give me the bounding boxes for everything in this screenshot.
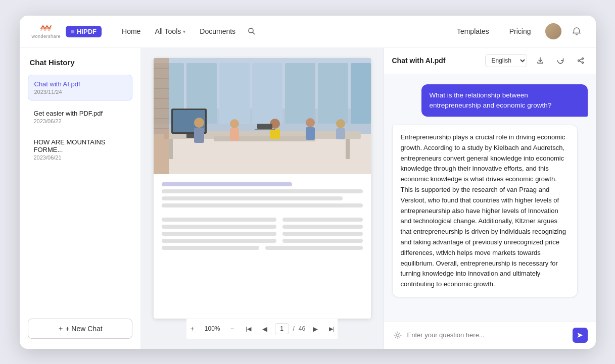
share-icon[interactable] — [574, 54, 588, 68]
search-button[interactable] — [244, 23, 260, 39]
chat-input-area — [384, 321, 596, 349]
svg-rect-29 — [255, 129, 275, 130]
svg-rect-15 — [346, 139, 350, 159]
user-avatar[interactable] — [545, 23, 561, 39]
pdf-col2-line1 — [282, 218, 363, 222]
export-icon[interactable] — [533, 54, 547, 68]
send-button[interactable] — [573, 328, 588, 343]
svg-rect-9 — [318, 63, 348, 124]
svg-rect-8 — [285, 63, 315, 124]
pdf-col1-line3 — [162, 232, 276, 236]
new-chat-label: + New Chat — [65, 325, 103, 333]
history-item-2-date: 2023/06/22 — [34, 118, 126, 124]
pdf-two-col-2 — [162, 225, 363, 229]
pdf-col2-line5 — [265, 246, 363, 250]
hipdf-badge: HiPDF — [66, 26, 102, 37]
page-separator: / — [293, 325, 295, 332]
sidebar-title: Chat History — [28, 58, 132, 67]
hipdf-label: HiPDF — [77, 28, 97, 35]
svg-point-27 — [336, 119, 345, 128]
nav-all-tools[interactable]: All Tools ▾ — [149, 24, 192, 38]
zoom-display: 100% — [203, 325, 222, 332]
svg-rect-7 — [252, 63, 282, 124]
pdf-col1-line5 — [162, 246, 259, 250]
new-chat-button[interactable]: ＋ + New Chat — [28, 319, 132, 339]
svg-point-42 — [396, 334, 399, 336]
nav-home[interactable]: Home — [116, 24, 147, 38]
nav-home-label: Home — [122, 27, 140, 35]
sidebar: Chat History Chat with AI.pdf 2023/11/24… — [20, 48, 141, 349]
pdf-line-2 — [162, 196, 343, 200]
zoom-out-button[interactable]: － — [226, 323, 239, 335]
svg-rect-14 — [169, 139, 173, 159]
chevron-down-icon: ▾ — [183, 29, 185, 34]
pdf-line-3 — [162, 203, 363, 207]
avatar-image — [545, 23, 561, 39]
history-item-1[interactable]: Chat with AI.pdf 2023/11/24 — [28, 75, 132, 100]
pdf-line-title — [162, 182, 293, 186]
chat-magic-icon — [392, 330, 403, 341]
pdf-image-area — [154, 58, 371, 174]
history-item-3[interactable]: HOW ARE MOUNTAINS FORME... 2023/06/21 — [28, 133, 132, 166]
user-message-bubble: What is the relationship between entrepr… — [421, 84, 588, 117]
svg-rect-28 — [336, 128, 345, 139]
svg-rect-20 — [194, 128, 204, 143]
message-ai-1: Entrepreneurship plays a crucial role in… — [392, 125, 588, 297]
nav-all-tools-label: All Tools — [155, 27, 181, 35]
page-next-button[interactable]: ▶ — [309, 323, 321, 335]
chat-panel-title: Chat with AI.pdf — [392, 57, 479, 65]
history-item-1-title: Chat with AI.pdf — [34, 80, 126, 88]
nav-pricing-label: Pricing — [509, 27, 531, 35]
chat-history-list: Chat with AI.pdf 2023/11/24 Get easier w… — [28, 75, 132, 310]
svg-rect-18 — [186, 134, 194, 138]
svg-rect-26 — [306, 127, 315, 140]
page-first-button[interactable]: |◀ — [243, 323, 255, 335]
pdf-line-1 — [162, 189, 363, 193]
nav-templates[interactable]: Templates — [451, 24, 495, 38]
history-item-1-date: 2023/11/24 — [34, 89, 126, 95]
pdf-col1-line2 — [162, 225, 276, 229]
language-selector[interactable]: English Chinese French — [485, 54, 527, 67]
hipdf-icon-dot — [71, 30, 74, 33]
svg-rect-6 — [219, 63, 250, 124]
svg-rect-30 — [257, 124, 272, 129]
brand-logo[interactable]: wondershare HiPDF — [32, 24, 102, 39]
notification-bell-icon[interactable] — [570, 24, 584, 38]
pdf-page — [154, 58, 371, 319]
pdf-two-col-4 — [162, 239, 363, 243]
pdf-two-col-5 — [162, 246, 363, 250]
history-item-3-title: HOW ARE MOUNTAINS FORME... — [34, 138, 126, 153]
wondershare-logo: wondershare — [32, 24, 61, 39]
ai-message-bubble: Entrepreneurship plays a crucial role in… — [392, 125, 578, 297]
pdf-col2-line3 — [282, 232, 363, 236]
nav-documents-label: Documents — [200, 27, 235, 35]
page-last-button[interactable]: ▶| — [325, 323, 338, 335]
chat-panel: Chat with AI.pdf English Chinese French — [384, 48, 596, 349]
pdf-col2-line4 — [282, 239, 363, 243]
nav-templates-label: Templates — [457, 27, 489, 35]
svg-rect-31 — [154, 58, 169, 174]
pdf-two-col-3 — [162, 232, 363, 236]
pdf-text-content — [154, 174, 371, 254]
history-item-2[interactable]: Get easier with PDF.pdf 2023/06/22 — [28, 105, 132, 129]
pdf-col1-line4 — [162, 239, 276, 243]
wondershare-label: wondershare — [32, 34, 61, 39]
nav-right-items: Templates Pricing — [451, 23, 584, 39]
nav-documents[interactable]: Documents — [194, 24, 242, 38]
pdf-toolbar: ＋ 100% － |◀ ◀ / 46 ▶ ▶| — [186, 319, 338, 339]
nav-left-items: Home All Tools ▾ Documents — [116, 23, 451, 39]
svg-point-19 — [194, 118, 204, 128]
chat-input-field[interactable] — [407, 331, 569, 339]
page-total: 46 — [299, 325, 305, 332]
nav-pricing[interactable]: Pricing — [503, 24, 537, 38]
chat-messages-area: What is the relationship between entrepr… — [384, 74, 596, 321]
page-number-input[interactable] — [275, 323, 289, 334]
svg-rect-22 — [230, 128, 239, 141]
chat-header: Chat with AI.pdf English Chinese French — [384, 48, 596, 74]
svg-rect-10 — [351, 63, 371, 124]
history-item-3-date: 2023/06/21 — [34, 154, 126, 161]
main-content: Chat History Chat with AI.pdf 2023/11/24… — [20, 48, 596, 349]
page-prev-button[interactable]: ◀ — [259, 323, 271, 335]
refresh-icon[interactable] — [553, 54, 567, 68]
zoom-in-button[interactable]: ＋ — [186, 323, 199, 335]
